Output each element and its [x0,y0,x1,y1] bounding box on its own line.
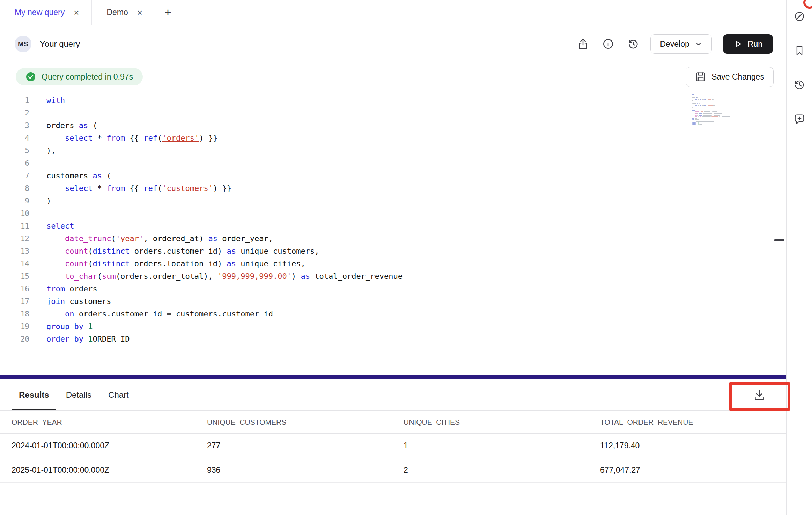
develop-button-label: Develop [660,39,689,49]
right-sidebar [787,0,812,515]
table-cell: 277 [207,441,404,450]
bookmark-icon[interactable] [793,44,806,57]
line-number: 3 [0,119,39,132]
line-number: 11 [0,220,39,232]
line-number: 1 [0,94,39,107]
results-tabs: ResultsDetailsChart [19,379,146,410]
query-status-text: Query completed in 0.97s [42,72,133,82]
line-number: 5 [0,144,39,157]
panel-divider[interactable] [0,375,786,379]
code-line[interactable]: 13 count(distinct orders.customer_id) as… [0,245,786,258]
line-number: 14 [0,258,39,270]
code-line[interactable]: 2 [0,107,786,119]
line-number: 16 [0,283,39,295]
new-tab-button[interactable]: + [155,0,180,25]
status-row: Query completed in 0.97s Save Changes [0,63,786,91]
model-ref-link[interactable]: 'customers' [162,184,213,193]
develop-button[interactable]: Develop [650,34,711,54]
results-tab-results[interactable]: Results [19,379,49,410]
code-text: order by 1ORDER_ID [46,333,130,345]
app: My new query×Demo× + MS Your query [0,0,812,515]
save-changes-button[interactable]: Save Changes [686,67,774,87]
code-line[interactable]: 20order by 1ORDER_ID [0,333,786,345]
line-number: 2 [0,107,39,119]
table-cell: 936 [207,465,404,475]
code-line[interactable]: 17join customers [0,295,786,308]
code-line[interactable]: 9) [0,195,786,207]
code-line[interactable]: 18 on orders.customer_id = customers.cus… [0,308,786,320]
sql-editor[interactable]: 1with23orders as (4 select * from {{ ref… [0,91,786,375]
line-number: 4 [0,132,39,144]
code-text: select [46,220,74,232]
code-text: date_trunc('year', ordered_at) as order_… [46,232,273,245]
table-row[interactable]: 2024-01-01T00:00:00.000Z2771112,179.40 [0,434,786,458]
tab-label: My new query [15,8,65,17]
code-line[interactable]: 10 [0,207,786,220]
results-tab-details[interactable]: Details [66,379,91,410]
code-text: from orders [46,283,97,295]
code-text: group by 1 [46,320,93,333]
code-line[interactable]: 4 select * from {{ ref('orders') }} [0,132,786,144]
tab-my-new-query[interactable]: My new query× [0,0,92,25]
table-cell: 112,179.40 [600,441,786,450]
chat-add-icon[interactable] [793,112,806,126]
history-icon[interactable] [625,36,641,52]
line-number: 9 [0,195,39,207]
code-text: select * from {{ ref('orders') }} [46,132,217,144]
main-panel: My new query×Demo× + MS Your query [0,0,787,515]
code-lines: 1with23orders as (4 select * from {{ ref… [0,94,786,345]
code-line[interactable]: 5), [0,144,786,157]
close-tab-icon[interactable]: × [74,8,79,17]
code-line[interactable]: 19group by 1 [0,320,786,333]
line-number: 12 [0,232,39,245]
code-line[interactable]: 1with [0,94,786,107]
table-cell: 2024-01-01T00:00:00.000Z [12,441,207,450]
code-text: to_char(sum(orders.order_total), '999,99… [46,270,403,283]
query-status-badge: Query completed in 0.97s [16,68,143,85]
code-line[interactable]: 6 [0,157,786,170]
results-tab-chart[interactable]: Chart [108,379,129,410]
code-line[interactable]: 12 date_trunc('year', ordered_at) as ord… [0,232,786,245]
line-number: 15 [0,270,39,283]
results-toolbar: ResultsDetailsChart [0,379,786,411]
code-line[interactable]: 7customers as ( [0,170,786,182]
code-line[interactable]: 8 select * from {{ ref('customers') }} [0,182,786,195]
close-tab-icon[interactable]: × [137,8,142,17]
model-ref-link[interactable]: 'orders' [162,134,199,142]
code-text: with [46,94,65,107]
header-actions: Develop Run [575,34,773,54]
line-number: 8 [0,182,39,195]
editor-scrollbar-thumb[interactable] [774,239,784,241]
code-line[interactable]: 14 count(distinct orders.location_id) as… [0,258,786,270]
save-icon [695,71,706,82]
code-text: select * from {{ ref('customers') }} [46,182,231,195]
line-number: 13 [0,245,39,258]
share-icon[interactable] [575,36,591,52]
table-cell: 677,047.27 [600,465,786,475]
table-cell: 2025-01-01T00:00:00.000Z [12,465,207,475]
recording-indicator-icon [803,0,812,9]
column-header: ORDER_YEAR [12,418,207,426]
code-text: orders as ( [46,119,97,132]
download-results-button[interactable] [752,387,767,403]
code-line[interactable]: 16from orders [0,283,786,295]
code-line[interactable]: 15 to_char(sum(orders.order_total), '999… [0,270,786,283]
chevron-down-icon [695,40,702,48]
code-line[interactable]: 11select [0,220,786,232]
table-row[interactable]: 2025-01-01T00:00:00.000Z9362677,047.27 [0,458,786,483]
column-header: TOTAL_ORDER_REVENUE [600,418,786,426]
tab-demo[interactable]: Demo× [92,0,155,25]
code-text: count(distinct orders.customer_id) as un… [46,245,319,258]
minimap[interactable] [692,94,731,126]
compass-icon[interactable] [793,10,806,23]
run-button-label: Run [748,39,762,49]
code-text: customers as ( [46,170,111,182]
play-icon [733,39,743,48]
code-text: count(distinct orders.location_id) as un… [46,258,305,270]
clock-history-icon[interactable] [793,78,806,91]
code-line[interactable]: 3orders as ( [0,119,786,132]
info-icon[interactable] [600,36,616,52]
run-button[interactable]: Run [723,34,773,54]
results-table: ORDER_YEARUNIQUE_CUSTOMERSUNIQUE_CITIEST… [0,411,786,483]
save-changes-label: Save Changes [711,72,764,82]
